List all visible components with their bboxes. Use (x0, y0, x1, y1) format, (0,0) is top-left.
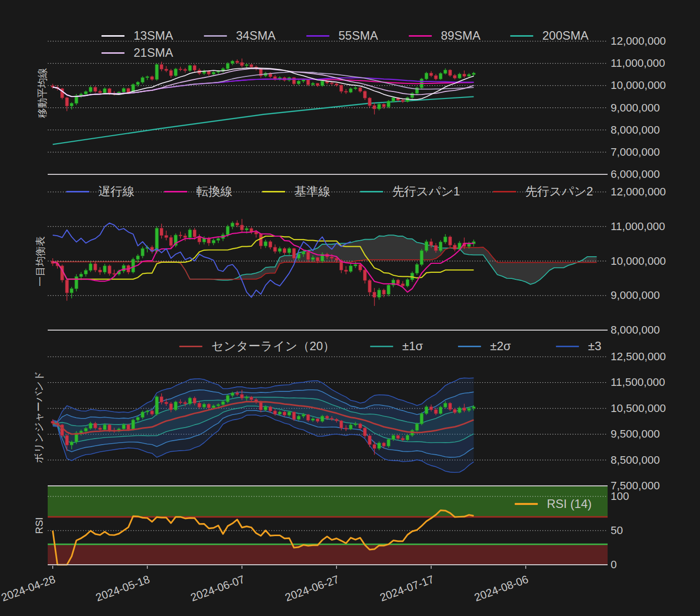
legend-label: 34SMA (236, 29, 276, 42)
legend-label: 遅行線 (98, 185, 135, 198)
senkou-b-line-swatch-icon (493, 191, 516, 192)
legend-label: センターライン（20） (211, 340, 335, 353)
y-tick-label: 10,000,000 (611, 79, 666, 92)
13sma-line-swatch-icon (101, 35, 125, 37)
55sma-line-swatch-icon (306, 35, 329, 37)
y-tick-label: 6,000,000 (611, 168, 660, 181)
legend-label: RSI (14) (547, 497, 592, 510)
legend-item-34sma[interactable]: 34SMA (204, 29, 276, 42)
tenkan-line-swatch-icon (164, 191, 187, 192)
chart-page: 移動平均線 一目均衡表 ボリンジャーバンド RSI 13SMA 34SMA 55… (0, 0, 700, 616)
y-tick-label: 10,000,000 (611, 255, 666, 268)
y-tick-label: 9,000,000 (611, 289, 660, 302)
legend-item-chikou[interactable]: 遅行線 (66, 185, 135, 198)
panel-title-ichimoku: 一目均衡表 (34, 236, 47, 286)
legend-label: ±2σ (490, 340, 511, 353)
panel-title-moving-averages: 移動平均線 (36, 68, 49, 118)
sigma3-line-swatch-icon (556, 346, 579, 347)
senkou-a-line-swatch-icon (360, 191, 383, 192)
chart-canvas (0, 0, 700, 616)
legend-item-senkou-a[interactable]: 先行スパン1 (360, 185, 460, 198)
y-tick-label: 7,000,000 (611, 146, 660, 159)
legend-label: 先行スパン1 (392, 185, 460, 198)
rsi-line-swatch-icon (515, 503, 538, 505)
chikou-line-swatch-icon (66, 191, 89, 192)
legend-item-centerline[interactable]: センターライン（20） (179, 340, 335, 353)
legend-item-sigma1[interactable]: ±1σ (370, 340, 423, 353)
y-tick-label: 11,000,000 (611, 220, 665, 233)
legend-item-89sma[interactable]: 89SMA (409, 29, 481, 42)
centerline-swatch-icon (179, 346, 202, 347)
21sma-line-swatch-icon (101, 52, 125, 54)
y-tick-label: 12,000,000 (611, 35, 666, 48)
legend-item-200sma[interactable]: 200SMA (510, 29, 589, 42)
legend-item-21sma[interactable]: 21SMA (101, 46, 173, 59)
legend-label: 200SMA (542, 29, 589, 42)
legend-item-kijun[interactable]: 基準線 (262, 185, 330, 198)
legend-label: 転換線 (196, 185, 232, 198)
legend-item-tenkan[interactable]: 転換線 (164, 185, 232, 198)
legend-item-senkou-b[interactable]: 先行スパン2 (493, 185, 593, 198)
legend-label: 89SMA (441, 29, 481, 42)
sigma2-line-swatch-icon (458, 346, 481, 347)
89sma-line-swatch-icon (409, 35, 432, 37)
y-tick-label: 11,000,000 (611, 57, 665, 70)
y-tick-label: 12,000,000 (611, 185, 666, 198)
y-tick-label: 8,500,000 (611, 454, 660, 467)
panel-title-bollinger: ボリンジャーバンド (32, 371, 46, 463)
y-tick-label: 50 (611, 524, 623, 537)
y-tick-label: 8,000,000 (611, 324, 660, 337)
y-tick-label: 11,500,000 (611, 376, 665, 389)
legend-item-55sma[interactable]: 55SMA (306, 29, 378, 42)
legend-item-rsi[interactable]: RSI (14) (515, 497, 592, 510)
legend-label: ±3 (588, 340, 602, 353)
legend-item-sigma2[interactable]: ±2σ (458, 340, 511, 353)
legend-label: 55SMA (338, 29, 378, 42)
34sma-line-swatch-icon (204, 35, 227, 37)
y-tick-label: 12,500,000 (611, 350, 666, 363)
kijun-line-swatch-icon (262, 191, 285, 192)
y-tick-label: 0 (611, 558, 617, 571)
200sma-line-swatch-icon (510, 35, 533, 37)
y-tick-label: 9,000,000 (611, 101, 660, 115)
legend-label: 先行スパン2 (525, 185, 593, 198)
y-tick-label: 10,500,000 (611, 402, 666, 415)
legend-label: 基準線 (294, 185, 330, 198)
legend-item-sigma3[interactable]: ±3 (556, 340, 602, 353)
sigma1-line-swatch-icon (370, 346, 393, 347)
y-tick-label: 100 (611, 490, 629, 503)
panel-title-rsi: RSI (34, 517, 45, 534)
legend-label: ±1σ (402, 340, 423, 353)
legend-label: 13SMA (134, 29, 173, 42)
y-tick-label: 9,500,000 (611, 428, 660, 441)
legend-label: 21SMA (134, 46, 173, 59)
y-tick-label: 8,000,000 (611, 124, 660, 137)
legend-item-13sma[interactable]: 13SMA (101, 29, 173, 42)
